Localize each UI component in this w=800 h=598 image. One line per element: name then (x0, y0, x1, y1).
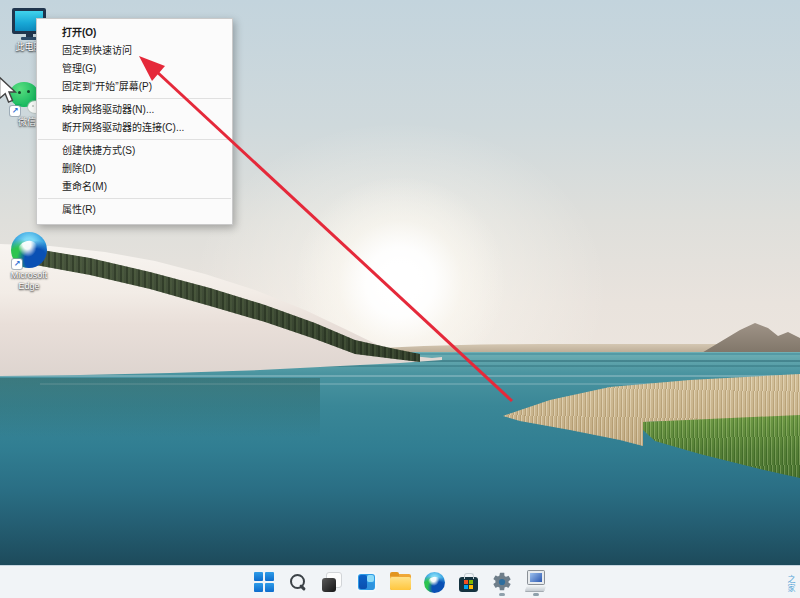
task-view-icon (322, 572, 342, 592)
search-icon (288, 572, 308, 592)
shortcut-arrow-icon: ↗ (10, 106, 20, 116)
water-streak (0, 375, 800, 377)
mouse-cursor-icon (0, 76, 18, 104)
menu-item-create-shortcut[interactable]: 创建快捷方式(S) (37, 142, 232, 160)
file-explorer-button[interactable] (385, 567, 415, 597)
menu-item-properties[interactable]: 属性(R) (37, 201, 232, 219)
computer-icon (524, 570, 548, 594)
menu-item-label: 重命名(M) (62, 181, 107, 192)
windows-desktop: 此电脑 ↗ 微信 ↗ Microsoft Edge 打开(O)固定到快速访问管理… (0, 0, 800, 598)
taskbar-icon-row (0, 566, 800, 598)
menu-item-label: 删除(D) (62, 163, 96, 174)
computer-management-button[interactable] (521, 567, 551, 597)
edge-icon: ↗ (11, 232, 47, 268)
menu-item-label: 打开(O) (62, 27, 96, 38)
folder-icon (390, 574, 411, 590)
menu-item-label: 创建快捷方式(S) (62, 145, 135, 156)
menu-item-label: 断开网络驱动器的连接(C)... (62, 122, 184, 133)
edge-button[interactable] (419, 567, 449, 597)
settings-button[interactable] (487, 567, 517, 597)
menu-item-manage[interactable]: 管理(G) (37, 60, 232, 78)
gear-icon (491, 571, 513, 593)
menu-item-open[interactable]: 打开(O) (37, 24, 232, 42)
watermark: 之家 (785, 575, 796, 593)
widgets-button[interactable] (351, 567, 381, 597)
menu-item-label: 固定到“开始”屏幕(P) (62, 81, 152, 92)
start-button[interactable] (249, 567, 279, 597)
menu-item-label: 属性(R) (62, 204, 96, 215)
menu-item-rename[interactable]: 重命名(M) (37, 178, 232, 196)
menu-separator (38, 98, 231, 99)
running-indicator (533, 593, 539, 596)
menu-separator (38, 139, 231, 140)
menu-item-label: 管理(G) (62, 63, 96, 74)
context-menu: 打开(O)固定到快速访问管理(G)固定到“开始”屏幕(P)映射网络驱动器(N).… (36, 18, 233, 225)
widgets-icon (356, 572, 377, 592)
desktop-icon-label: 微信 (18, 117, 36, 128)
store-bag-icon (459, 577, 478, 592)
menu-separator (38, 198, 231, 199)
microsoft-store-button[interactable] (453, 567, 483, 597)
shore-reflection (0, 378, 320, 438)
desktop-icon-label: Microsoft Edge (1, 270, 57, 292)
task-view-button[interactable] (317, 567, 347, 597)
menu-item-pin-start[interactable]: 固定到“开始”屏幕(P) (37, 78, 232, 96)
menu-item-disconnect-network-drive[interactable]: 断开网络驱动器的连接(C)... (37, 119, 232, 137)
menu-item-label: 固定到快速访问 (62, 45, 132, 56)
desktop-icon-microsoft-edge[interactable]: ↗ Microsoft Edge (2, 232, 56, 292)
search-button[interactable] (283, 567, 313, 597)
windows-logo-icon (254, 572, 274, 592)
menu-item-map-network-drive[interactable]: 映射网络驱动器(N)... (37, 101, 232, 119)
menu-item-delete[interactable]: 删除(D) (37, 160, 232, 178)
menu-item-label: 映射网络驱动器(N)... (62, 104, 154, 115)
edge-icon (424, 572, 445, 593)
shortcut-arrow-icon: ↗ (12, 259, 22, 269)
taskbar: 之家 (0, 565, 800, 598)
running-indicator (499, 593, 505, 596)
menu-item-pin-quick-access[interactable]: 固定到快速访问 (37, 42, 232, 60)
